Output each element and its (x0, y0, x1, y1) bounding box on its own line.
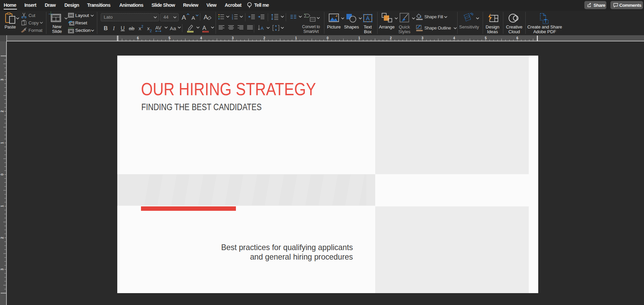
svg-text:ab: ab (129, 25, 135, 31)
svg-text:0: 0 (0, 174, 4, 176)
svg-text:x: x (147, 25, 150, 31)
svg-text:2: 2 (0, 237, 4, 239)
svg-text:2: 2 (390, 36, 392, 40)
svg-text:U: U (121, 25, 125, 31)
svg-text:6: 6 (137, 36, 139, 40)
svg-text:x: x (139, 25, 141, 31)
svg-text:0: 0 (327, 36, 329, 40)
svg-text:3: 3 (0, 268, 4, 270)
svg-text:Aa: Aa (170, 25, 176, 31)
svg-text:4: 4 (200, 36, 202, 40)
svg-text:5: 5 (168, 36, 170, 40)
svg-text:6: 6 (517, 36, 519, 40)
svg-text:3: 3 (422, 36, 424, 40)
svg-text:A: A (261, 26, 264, 31)
svg-text:A: A (202, 25, 206, 31)
svg-text:3: 3 (0, 79, 4, 81)
svg-text:1: 1 (0, 142, 4, 144)
svg-text:A: A (366, 15, 370, 21)
svg-text:5: 5 (485, 36, 487, 40)
svg-text:1: 1 (358, 36, 360, 40)
svg-text:A: A (204, 14, 208, 21)
svg-text:2: 2 (141, 25, 143, 28)
svg-text:2: 2 (150, 29, 152, 33)
svg-text:4: 4 (453, 36, 455, 40)
svg-text:A: A (182, 14, 186, 21)
svg-text:AV: AV (155, 25, 162, 30)
svg-text:B: B (104, 25, 108, 31)
svg-text:2: 2 (0, 110, 4, 112)
svg-text:1: 1 (295, 36, 297, 40)
svg-text:1: 1 (0, 205, 4, 207)
svg-text:3: 3 (232, 36, 234, 40)
svg-text:I: I (113, 25, 115, 32)
svg-text:3: 3 (232, 18, 233, 20)
svg-text:A: A (192, 15, 195, 21)
svg-text:2: 2 (263, 36, 265, 40)
